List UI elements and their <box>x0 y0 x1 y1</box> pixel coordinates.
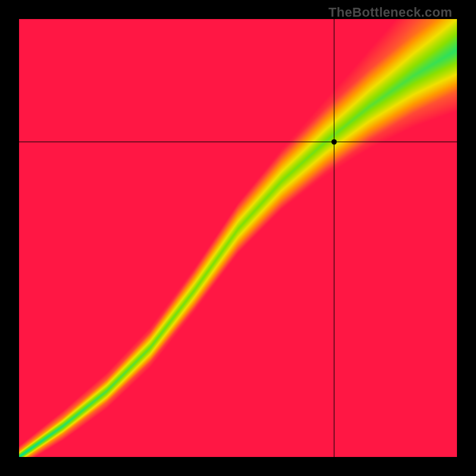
plot-area <box>19 19 457 457</box>
watermark-text: TheBottleneck.com <box>328 5 452 20</box>
chart-frame: TheBottleneck.com <box>0 0 476 476</box>
heatmap-canvas <box>19 19 457 457</box>
